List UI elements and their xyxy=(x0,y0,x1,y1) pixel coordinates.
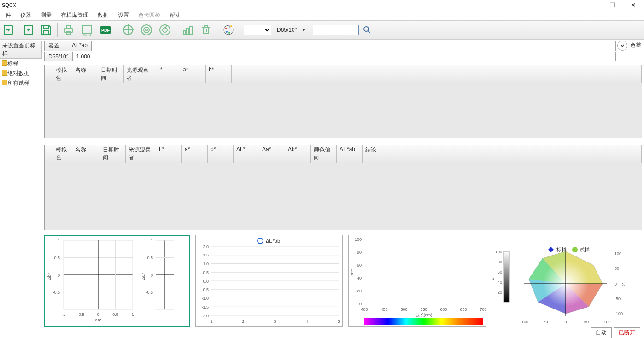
grid1-col-simcolor[interactable]: 模拟色 xyxy=(53,65,72,83)
svg-text:2.0: 2.0 xyxy=(203,245,209,249)
grid1-col-a[interactable]: a* xyxy=(180,65,206,83)
import-icon[interactable] xyxy=(2,23,17,37)
svg-text:-1: -1 xyxy=(62,312,65,317)
menu-measure[interactable]: 测量 xyxy=(37,11,55,20)
standards-grid-body[interactable] xyxy=(44,83,642,138)
svg-rect-19 xyxy=(183,31,186,35)
target-icon[interactable] xyxy=(121,23,135,37)
svg-rect-2 xyxy=(43,31,49,35)
svg-text:100: 100 xyxy=(603,320,610,324)
grid2-col-name[interactable]: 名称 xyxy=(72,145,100,163)
chart-dab-dl[interactable]: 1 0.5 0 -0.5 -1 -1 -0.5 0 0.5 1 Δa* Δb* xyxy=(44,235,190,327)
sidebar-item-absolute[interactable]: 绝对数据 xyxy=(0,69,42,78)
toolbar-select-1[interactable] xyxy=(244,25,271,35)
svg-text:450: 450 xyxy=(381,307,387,312)
chart-lab-gamut[interactable]: 标样 试样 100 80 60 40 20 L* xyxy=(492,235,626,327)
svg-text:60: 60 xyxy=(357,263,362,268)
svg-text:80: 80 xyxy=(498,260,502,264)
dropdown-caret-icon[interactable]: ▾ xyxy=(303,28,305,33)
svg-text:1.0: 1.0 xyxy=(203,262,209,266)
search-input[interactable] xyxy=(313,25,359,35)
svg-text:-0.5: -0.5 xyxy=(53,290,60,295)
barchart-icon[interactable] xyxy=(180,23,195,37)
palette-icon[interactable] xyxy=(221,23,236,37)
disc-icon[interactable] xyxy=(139,23,154,37)
word-icon[interactable]: Word xyxy=(80,23,94,37)
svg-text:-50: -50 xyxy=(542,320,548,324)
svg-text:0: 0 xyxy=(151,273,153,278)
svg-point-14 xyxy=(141,25,152,35)
grid2-col-db[interactable]: Δb* xyxy=(285,145,311,163)
minimize-button[interactable]: — xyxy=(580,0,602,10)
search-icon[interactable] xyxy=(363,25,372,35)
samples-grid-body[interactable] xyxy=(44,163,642,230)
menu-library[interactable]: 存样库管理 xyxy=(57,11,92,20)
color-diff-label: 色差 xyxy=(629,40,642,51)
grid1-col-b[interactable]: b* xyxy=(206,65,232,83)
svg-text:20: 20 xyxy=(498,290,502,295)
svg-rect-103 xyxy=(364,318,483,325)
svg-text:1.5: 1.5 xyxy=(203,253,209,257)
chart-deab[interactable]: ΔE*ab 2.0 1.5 xyxy=(195,235,343,327)
grid2-col-result[interactable]: 结论 xyxy=(363,145,388,163)
bullseye-icon[interactable] xyxy=(158,23,172,37)
svg-point-22 xyxy=(225,28,227,29)
grid2-col-a[interactable]: a* xyxy=(182,145,208,163)
svg-line-27 xyxy=(368,31,370,33)
trash-icon[interactable] xyxy=(199,23,213,37)
grid1-col-observer[interactable]: 光源观察者 xyxy=(124,65,154,83)
sidebar-item-samples[interactable]: 所有试样 xyxy=(0,78,42,88)
grid1-col-l[interactable]: L* xyxy=(154,65,180,83)
status-connection-button[interactable]: 已断开 xyxy=(614,327,640,338)
tolerance-empty2 xyxy=(96,52,616,61)
grid2-col-simcolor[interactable]: 模拟色 xyxy=(53,145,72,163)
export-icon[interactable] xyxy=(20,23,35,37)
svg-text:650: 650 xyxy=(460,307,467,312)
svg-text:ΔE*ab: ΔE*ab xyxy=(266,238,280,244)
grid2-col-da[interactable]: Δa* xyxy=(259,145,285,163)
svg-text:0.5: 0.5 xyxy=(54,256,60,260)
menu-data[interactable]: 数据 xyxy=(94,11,112,20)
svg-text:2: 2 xyxy=(242,319,244,324)
menu-help[interactable]: 帮助 xyxy=(166,11,184,20)
tolerance-label: 容差 xyxy=(44,41,68,51)
svg-text:550: 550 xyxy=(420,307,427,312)
svg-text:0.5: 0.5 xyxy=(112,312,118,317)
sidebar: 未设置当前标样 标样 绝对数据 所有试样 xyxy=(0,40,42,327)
grid1-col-datetime[interactable]: 日期时间 xyxy=(98,65,124,83)
close-button[interactable]: ✕ xyxy=(623,0,644,10)
menu-settings[interactable]: 设置 xyxy=(114,11,133,20)
menu-file[interactable]: 件 xyxy=(2,11,15,20)
grid2-col-b[interactable]: b* xyxy=(208,145,234,163)
svg-point-16 xyxy=(146,29,147,31)
grid2-col-bias[interactable]: 颜色偏向 xyxy=(311,145,337,163)
tolerance-de-value[interactable]: 1.000 xyxy=(72,52,96,61)
pdf-icon[interactable]: PDF xyxy=(98,23,113,37)
chart-spectral[interactable]: 100 80 60 40 20 0 R% 400 450 500 550 600 xyxy=(348,235,486,327)
grid2-col-observer[interactable]: 光源观察者 xyxy=(126,145,156,163)
samples-grid-header: 模拟色 名称 日期时间 光源观察者 L* a* b* ΔL* Δa* Δb* 颜… xyxy=(44,145,642,163)
menu-instrument[interactable]: 仪器 xyxy=(17,11,35,20)
svg-text:1: 1 xyxy=(210,319,212,324)
svg-text:-2.0: -2.0 xyxy=(201,314,209,318)
save-icon[interactable] xyxy=(39,23,53,37)
svg-text:60: 60 xyxy=(498,270,502,274)
svg-rect-107 xyxy=(504,251,509,302)
grid2-col-dl[interactable]: ΔL* xyxy=(234,145,259,163)
tolerance-empty xyxy=(91,41,616,51)
svg-text:-100: -100 xyxy=(615,311,623,316)
status-auto-button[interactable]: 自动 xyxy=(591,327,612,338)
svg-text:-1: -1 xyxy=(56,308,60,312)
svg-text:700: 700 xyxy=(480,307,486,312)
sidebar-item-standard[interactable]: 标样 xyxy=(0,59,42,69)
collapse-icon[interactable] xyxy=(617,41,627,51)
grid2-col-de[interactable]: ΔE*ab xyxy=(337,145,363,163)
grid2-col-datetime[interactable]: 日期时间 xyxy=(100,145,126,163)
print-icon[interactable] xyxy=(61,23,76,37)
menu-colorcard[interactable]: 色卡匹检 xyxy=(135,11,164,20)
grid1-col-name[interactable]: 名称 xyxy=(72,65,98,83)
maximize-button[interactable]: ☐ xyxy=(602,0,623,10)
tolerance-illuminant[interactable]: D65/10° xyxy=(44,52,73,61)
grid2-col-l[interactable]: L* xyxy=(156,145,182,163)
svg-text:0: 0 xyxy=(359,302,362,306)
